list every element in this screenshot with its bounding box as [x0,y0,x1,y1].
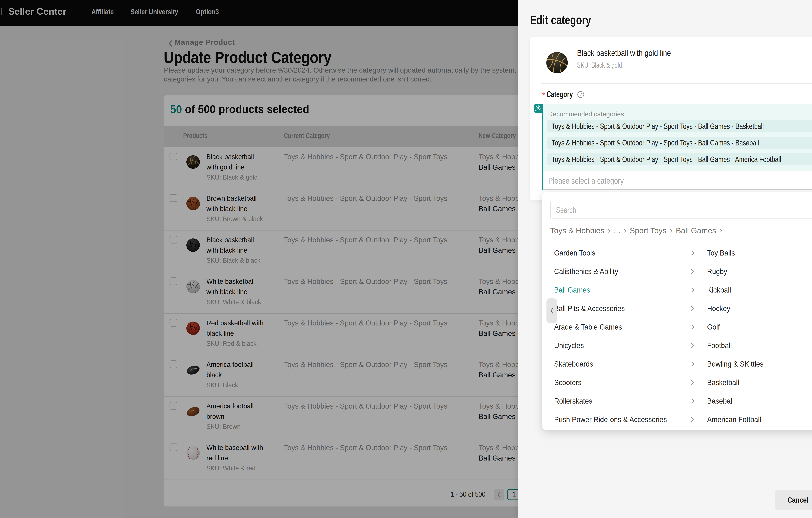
svg-text:?: ? [579,92,582,97]
